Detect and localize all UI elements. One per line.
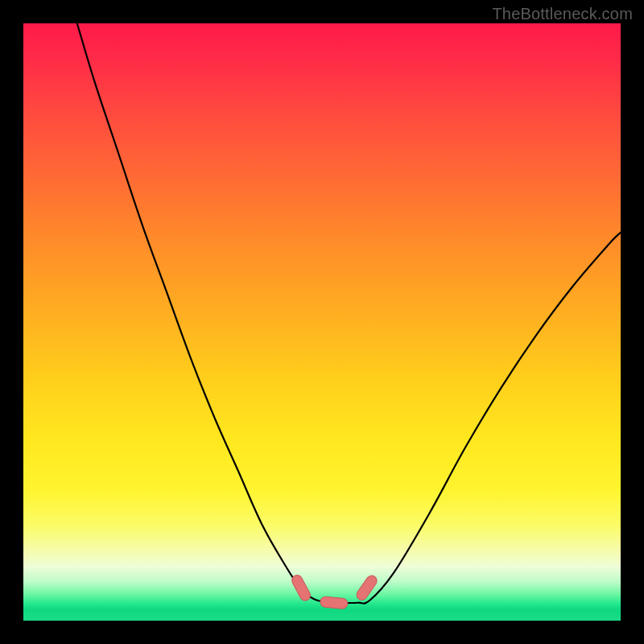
chart-svg [23, 23, 621, 621]
curve-marker [290, 573, 312, 602]
outer-frame: TheBottleneck.com [0, 0, 644, 644]
svg-rect-2 [355, 574, 379, 602]
curve-marker [355, 574, 379, 602]
svg-rect-0 [290, 573, 312, 602]
curve-marker [320, 597, 348, 609]
plot-area [23, 23, 621, 621]
bottleneck-curve [77, 23, 621, 604]
watermark-text: TheBottleneck.com [492, 5, 633, 23]
svg-rect-1 [320, 597, 348, 609]
